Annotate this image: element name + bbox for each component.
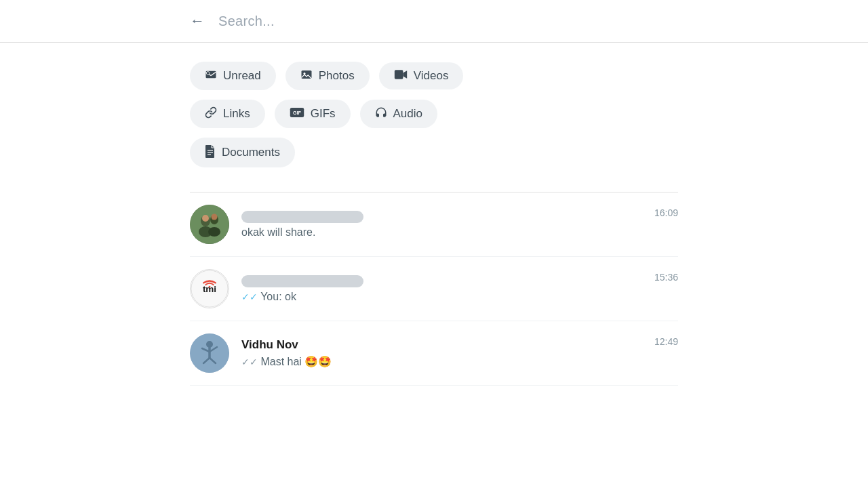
tmi-avatar-svg: tmi bbox=[190, 270, 229, 308]
audio-label: Audio bbox=[393, 107, 422, 121]
svg-point-20 bbox=[209, 286, 211, 288]
videos-label: Videos bbox=[414, 69, 449, 83]
convo-time: 12:49 bbox=[654, 333, 678, 347]
svg-point-10 bbox=[190, 205, 229, 244]
convo-content: Vidhu Nov ✓✓ Mast hai 🤩🤩 bbox=[241, 338, 642, 368]
convo-name-blurred bbox=[241, 211, 363, 223]
convo-time: 15:36 bbox=[654, 269, 678, 283]
conversation-item[interactable]: okak will share. 16:09 bbox=[190, 192, 678, 257]
convo-name: Vidhu Nov bbox=[241, 338, 298, 352]
convo-message: okak will share. bbox=[241, 226, 642, 239]
message-text: You: ok bbox=[260, 291, 296, 302]
videos-icon bbox=[394, 69, 408, 83]
filter-row-2: Links GIF GIFs Audio bbox=[190, 100, 678, 128]
search-placeholder[interactable]: Search... bbox=[218, 14, 275, 29]
filter-chip-documents[interactable]: Documents bbox=[190, 138, 295, 167]
conversations-list: okak will share. 16:09 tmi ✓✓ You bbox=[0, 192, 868, 386]
convo-time: 16:09 bbox=[654, 205, 678, 218]
filter-chip-gifs[interactable]: GIF GIFs bbox=[275, 100, 351, 128]
svg-point-1 bbox=[206, 72, 210, 75]
gifs-icon: GIF bbox=[290, 106, 304, 121]
svg-point-15 bbox=[202, 215, 209, 222]
filter-row-3: Documents bbox=[190, 138, 678, 167]
avatar: tmi bbox=[190, 269, 229, 308]
filter-chip-videos[interactable]: Videos bbox=[379, 62, 464, 89]
svg-text:tmi: tmi bbox=[203, 284, 216, 294]
double-check-icon: ✓✓ bbox=[241, 357, 258, 367]
convo-content: okak will share. bbox=[241, 211, 642, 239]
double-check-icon: ✓✓ bbox=[241, 291, 258, 302]
convo-name-blurred bbox=[241, 275, 363, 287]
convo-name-row bbox=[241, 211, 642, 223]
filter-chip-audio[interactable]: Audio bbox=[360, 100, 437, 128]
convo-message: ✓✓ You: ok bbox=[241, 291, 642, 303]
filter-row-1: Unread Photos Videos bbox=[190, 62, 678, 90]
convo-message: ✓✓ Mast hai 🤩🤩 bbox=[241, 355, 642, 368]
svg-point-14 bbox=[208, 227, 220, 237]
audio-icon bbox=[375, 106, 387, 121]
links-icon bbox=[205, 106, 217, 121]
svg-point-16 bbox=[212, 214, 218, 220]
svg-point-12 bbox=[210, 215, 218, 224]
avatar bbox=[190, 205, 229, 244]
svg-point-13 bbox=[199, 226, 212, 237]
svg-text:GIF: GIF bbox=[293, 110, 301, 115]
filter-chip-photos[interactable]: Photos bbox=[285, 62, 370, 90]
message-text: Mast hai 🤩🤩 bbox=[260, 356, 332, 367]
links-label: Links bbox=[223, 107, 250, 121]
avatar bbox=[190, 333, 229, 373]
unread-label: Unread bbox=[223, 69, 261, 83]
gifs-label: GIFs bbox=[311, 107, 336, 121]
conversation-item[interactable]: Vidhu Nov ✓✓ Mast hai 🤩🤩 12:49 bbox=[190, 321, 678, 386]
svg-rect-4 bbox=[395, 70, 403, 79]
documents-icon bbox=[205, 144, 216, 161]
filter-chip-unread[interactable]: Unread bbox=[190, 62, 276, 90]
unread-icon bbox=[205, 68, 217, 83]
back-button[interactable]: ← bbox=[190, 12, 205, 30]
filter-section: Unread Photos Videos bbox=[0, 43, 868, 185]
photos-label: Photos bbox=[319, 69, 355, 83]
documents-label: Documents bbox=[222, 146, 280, 159]
photos-icon bbox=[300, 68, 313, 83]
convo-content: ✓✓ You: ok bbox=[241, 275, 642, 303]
convo-name-row: Vidhu Nov bbox=[241, 338, 642, 352]
filter-chip-links[interactable]: Links bbox=[190, 100, 265, 128]
couple-avatar-svg bbox=[190, 205, 229, 244]
convo-name-row bbox=[241, 275, 642, 287]
search-bar: ← Search... bbox=[0, 0, 868, 43]
vidhu-avatar-svg bbox=[190, 333, 229, 373]
svg-point-11 bbox=[201, 216, 210, 226]
conversation-item[interactable]: tmi ✓✓ You: ok 15:36 bbox=[190, 257, 678, 321]
